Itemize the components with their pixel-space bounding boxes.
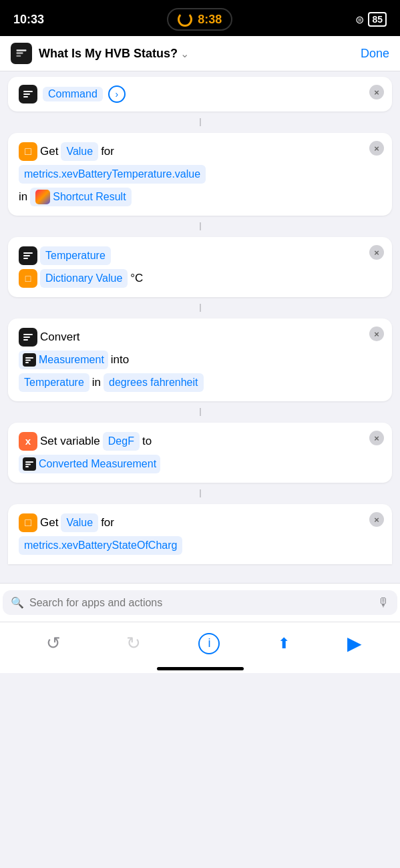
in-label-3: in [92,374,101,391]
value-token-2[interactable]: Value [61,513,98,532]
search-input[interactable] [29,597,372,609]
set-variable-close-button[interactable]: × [369,431,384,445]
home-bar [157,667,244,670]
into-label: into [111,351,129,369]
convert-card: × Convert Measuremen [8,318,392,401]
svg-rect-15 [25,362,29,363]
get-value-icon-1: □ [19,142,37,161]
connector-2 [8,222,392,230]
command-icon [19,85,37,103]
degf-token[interactable]: DegF [103,432,140,451]
degrees-token[interactable]: degrees fahrenheit [104,373,203,392]
redo-button[interactable]: ↻ [118,630,149,656]
nav-title-row[interactable]: What Is My HVB Status? ⌄ [39,47,354,61]
svg-rect-5 [23,93,30,95]
temp-icon [19,246,37,265]
command-card: Command › × [8,77,392,112]
svg-rect-6 [23,96,28,97]
done-button[interactable]: Done [361,47,389,61]
set-variable-row1: x Set variable DegF to [19,432,381,451]
convert-icon [19,328,37,347]
home-indicator [0,662,400,673]
wifi-icon: ⊜ [355,13,364,26]
get-value-card-1: × □ Get Value for metrics.xevBatteryTemp… [8,133,392,216]
unit-label: °C [130,270,143,287]
temperature-dict-row1: Temperature [19,246,381,265]
connector-5 [8,489,392,497]
temperature-name-token[interactable]: Temperature [40,246,111,265]
app-icon [11,43,32,64]
command-token-label: Command [48,88,97,100]
status-icons: ⊜ 85 [355,12,387,27]
shortcuts-icon-1 [35,190,50,204]
shortcut-result-token-1[interactable]: Shortcut Result [30,188,131,206]
convert-prefix: Convert [40,329,80,346]
bottom-toolbar: ↺ ↻ i ⬆ ▶ [0,622,400,662]
svg-rect-12 [23,339,28,341]
command-close-button[interactable]: × [369,85,384,99]
svg-rect-4 [23,91,33,92]
get-value-text-2: □ Get Value for [19,513,381,532]
dictionary-value-token[interactable]: Dictionary Value [40,269,128,288]
svg-rect-3 [17,55,21,57]
content-area: Command › × × □ Get Value for metrics.xe… [0,77,400,578]
path-token-2[interactable]: metrics.xevBatteryStateOfCharg [19,536,182,555]
converted-icon [23,457,36,471]
measurement-icon [23,353,36,367]
converted-measurement-token[interactable]: Converted Measurement [19,455,160,473]
command-chevron-icon[interactable]: › [108,85,126,103]
svg-rect-1 [17,49,27,51]
nav-title: What Is My HVB Status? [39,47,178,61]
temperature-dict-close-button[interactable]: × [369,245,384,260]
set-variable-prefix: Set variable [40,433,100,450]
convert-row2: Measurement into [19,351,381,369]
get-value-close-button-2[interactable]: × [369,512,384,527]
share-button[interactable]: ⬆ [270,632,298,655]
connector-3 [8,304,392,312]
search-icon: 🔍 [11,596,24,609]
undo-button[interactable]: ↺ [38,630,69,656]
svg-rect-11 [23,337,30,338]
status-time: 10:33 [13,13,44,27]
svg-rect-18 [25,466,29,467]
play-button[interactable]: ▶ [347,632,362,654]
get-value-text-1: □ Get Value for [19,142,381,161]
temperature-token[interactable]: Temperature [19,373,89,392]
for-label-1: for [101,143,114,160]
get-value-close-button-1[interactable]: × [369,141,384,156]
nav-bar: What Is My HVB Status? ⌄ Done [0,36,400,71]
nav-chevron-icon[interactable]: ⌄ [180,47,189,60]
path-token-1[interactable]: metrics.xevBatteryTemperature.value [19,165,206,184]
svg-rect-17 [25,464,31,465]
svg-rect-13 [25,357,33,359]
svg-rect-10 [23,334,33,335]
info-button[interactable]: i [198,633,220,654]
status-bar: 10:33 8:38 ⊜ 85 [0,0,400,36]
value-token-1[interactable]: Value [61,142,98,161]
dict-icon: □ [19,269,37,288]
set-variable-card: × x Set variable DegF to Converted Measu… [8,423,392,483]
svg-rect-7 [23,252,33,254]
command-token[interactable]: Command [43,87,103,101]
svg-rect-14 [25,360,31,361]
convert-row1: Convert [19,328,381,347]
get-value-result-row-1: in Shortcut Result [19,188,381,206]
measurement-token[interactable]: Measurement [19,351,108,369]
get-value-icon-2: □ [19,513,37,532]
convert-close-button[interactable]: × [369,327,384,341]
svg-rect-16 [25,461,33,463]
microphone-icon[interactable]: 🎙 [377,596,389,610]
for-label-2: for [101,514,114,531]
svg-rect-9 [23,258,28,259]
status-clock: 8:38 [198,13,222,27]
loading-icon [178,12,192,27]
get-prefix-1: Get [40,143,58,160]
get-value-card-2: × □ Get Value for metrics.xevBatteryStat… [8,504,392,564]
command-row: Command › [19,85,381,103]
convert-row3: Temperature in degrees fahrenheit [19,373,381,392]
dynamic-island: 8:38 [167,8,232,31]
search-input-wrap[interactable]: 🔍 🎙 [3,590,397,615]
get-prefix-2: Get [40,514,58,531]
battery-level: 85 [368,12,387,27]
temperature-dict-card: × Temperature □ Dictionary Value °C [8,237,392,297]
